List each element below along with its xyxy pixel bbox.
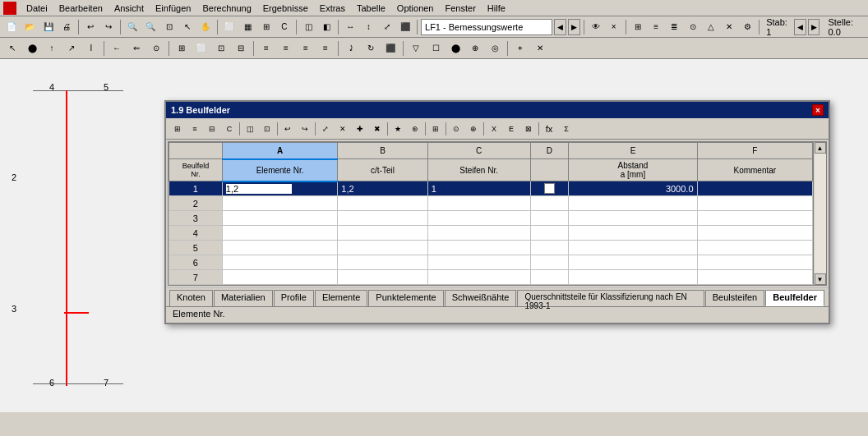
cell-4-b[interactable] [338, 226, 427, 241]
cell-7-c[interactable] [427, 270, 530, 285]
d-sum-btn[interactable]: Σ [558, 121, 575, 137]
zoom-fit-btn[interactable]: ⊡ [161, 18, 178, 36]
btn18[interactable]: ≡ [648, 18, 664, 36]
t2-btn17[interactable]: ⤸ [342, 39, 360, 57]
btn21[interactable]: △ [703, 18, 719, 36]
t2-btn3[interactable]: ↑ [43, 39, 61, 57]
t2-btn15[interactable]: ≡ [297, 39, 315, 57]
t2-btn14[interactable]: ≡ [277, 39, 295, 57]
cell-3-e[interactable] [569, 211, 697, 226]
d-btn12[interactable]: ✖ [369, 121, 386, 137]
zoom-out-btn[interactable]: 🔍 [142, 18, 159, 36]
btn15[interactable]: 👁 [587, 18, 603, 36]
scroll-down-btn[interactable]: ▼ [815, 273, 826, 285]
cell-2-e[interactable] [569, 196, 697, 211]
t2-btn5[interactable]: I [82, 39, 100, 57]
menu-fenster[interactable]: Fenster [441, 2, 481, 14]
btn13[interactable]: ⤢ [379, 18, 395, 36]
menu-datei[interactable]: Datei [21, 2, 53, 14]
t2-btn25[interactable]: ⌖ [511, 39, 529, 57]
d-filter-btn[interactable]: ⊞ [427, 121, 444, 137]
cell-3-c[interactable] [427, 211, 530, 226]
cell-1-e[interactable]: 3000.0 [569, 181, 697, 196]
cell-3-a[interactable] [222, 211, 338, 226]
d-btn17[interactable]: ⊕ [465, 121, 482, 137]
undo-btn[interactable]: ↩ [82, 18, 99, 36]
t2-btn6[interactable]: ← [108, 39, 126, 57]
select-btn[interactable]: ↖ [179, 18, 196, 36]
btn12[interactable]: ↕ [360, 18, 376, 36]
btn22[interactable]: ✕ [721, 18, 737, 36]
cell-3-b[interactable] [338, 211, 427, 226]
d-btn5[interactable]: ◫ [242, 121, 258, 137]
d-btn20[interactable]: ⊠ [520, 121, 537, 137]
cell-2-b[interactable] [338, 196, 427, 211]
t2-btn20[interactable]: ▽ [407, 39, 425, 57]
tab-schweissnaehte[interactable]: Schweißnähte [445, 290, 517, 306]
btn23[interactable]: ⚙ [739, 18, 755, 36]
cell-4-e[interactable] [569, 226, 697, 241]
cell-3-f[interactable] [697, 211, 813, 226]
t2-btn7[interactable]: ⇐ [127, 39, 145, 57]
menu-ansicht[interactable]: Ansicht [109, 2, 149, 14]
btn20[interactable]: ⊙ [684, 18, 700, 36]
cell-6-b[interactable] [338, 255, 427, 270]
d-btn6[interactable]: ⊡ [259, 121, 275, 137]
cell-4-a[interactable] [222, 226, 338, 241]
d-table-btn[interactable]: ≡ [187, 121, 203, 137]
t2-btn21[interactable]: ☐ [427, 39, 445, 57]
d-btn11[interactable]: ✚ [352, 121, 368, 137]
t2-btn4[interactable]: ↗ [62, 39, 81, 57]
btn7[interactable]: ⊞ [258, 18, 275, 36]
menu-bearbeiten[interactable]: Bearbeiten [54, 2, 108, 14]
stab-next[interactable]: ▶ [808, 19, 820, 35]
cell-7-d[interactable] [530, 270, 569, 285]
btn19[interactable]: ≣ [666, 18, 682, 36]
d-star-btn[interactable]: ★ [390, 121, 406, 137]
btn16[interactable]: × [606, 18, 622, 36]
tab-beulfelder[interactable]: Beulfelder [765, 290, 824, 306]
cell-1-f[interactable] [697, 181, 813, 196]
cell-1-c[interactable]: 1 [427, 181, 530, 196]
tab-punktelemente[interactable]: Punktelemente [368, 290, 443, 306]
d-btn16[interactable]: ⊙ [448, 121, 464, 137]
d-btn14[interactable]: ⊛ [407, 121, 423, 137]
checkbox-1[interactable] [544, 183, 555, 194]
cell-2-d[interactable] [530, 196, 569, 211]
t2-btn18[interactable]: ↻ [362, 39, 380, 57]
cell-7-f[interactable] [697, 270, 813, 285]
cell-6-a[interactable] [222, 255, 338, 270]
stab-prev[interactable]: ◀ [794, 19, 806, 35]
btn5[interactable]: ⬜ [221, 18, 238, 36]
table-row[interactable]: 7 [169, 270, 813, 285]
d-undo-btn[interactable]: ↩ [279, 121, 296, 137]
cell-2-f[interactable] [697, 196, 813, 211]
d-grid-btn[interactable]: ⊞ [169, 121, 186, 137]
menu-tabelle[interactable]: Tabelle [352, 2, 390, 14]
table-row[interactable]: 3 [169, 211, 813, 226]
t2-btn23[interactable]: ⊕ [466, 39, 484, 57]
btn11[interactable]: ↔ [342, 18, 358, 36]
cell-5-d[interactable] [530, 241, 569, 255]
menu-ergebnisse[interactable]: Ergebnisse [258, 2, 313, 14]
table-row[interactable]: 1 1,2 1 3000.0 [169, 181, 813, 196]
d-col-btn[interactable]: ⊟ [204, 121, 220, 137]
tab-elemente[interactable]: Elemente [315, 290, 367, 306]
th-a[interactable]: A [222, 143, 338, 159]
t2-btn12[interactable]: ⊟ [232, 39, 250, 57]
cell-3-d[interactable] [530, 211, 569, 226]
menu-optionen[interactable]: Optionen [392, 2, 439, 14]
menu-einfuegen[interactable]: Einfügen [150, 2, 196, 14]
t2-btn2[interactable]: ⬤ [23, 39, 41, 57]
cell-2-a[interactable] [222, 196, 338, 211]
menu-berechnung[interactable]: Berechnung [197, 2, 256, 14]
cell-4-c[interactable] [427, 226, 530, 241]
nav-prev[interactable]: ◀ [554, 19, 566, 35]
table-row[interactable]: 6 [169, 255, 813, 270]
cell-5-e[interactable] [569, 241, 697, 255]
cell-7-e[interactable] [569, 270, 697, 285]
cell-6-f[interactable] [697, 255, 813, 270]
nav-next[interactable]: ▶ [568, 19, 580, 35]
cell-1-a[interactable] [222, 181, 338, 196]
table-row[interactable]: 4 [169, 226, 813, 241]
